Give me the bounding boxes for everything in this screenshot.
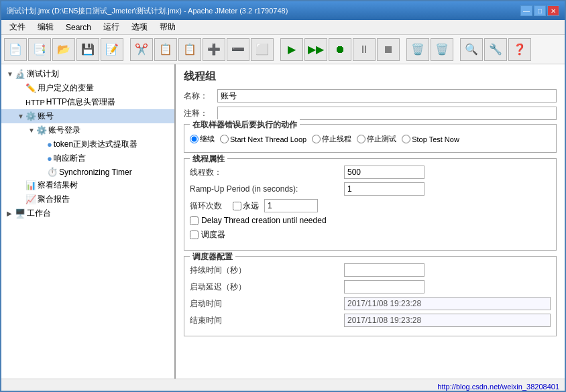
- tb-stop[interactable]: ⏸: [353, 38, 376, 61]
- loop-count-input[interactable]: [264, 199, 318, 212]
- menu-run[interactable]: 运行: [98, 20, 125, 34]
- panel-title: 线程组: [184, 70, 557, 84]
- tree-label-aggregate-report: 聚合报告: [38, 194, 70, 205]
- tree-node-assertion[interactable]: ● 响应断言: [1, 151, 174, 166]
- start-time-label: 启动时间: [190, 298, 344, 310]
- tb-open[interactable]: 📂: [52, 38, 75, 61]
- tree-node-http-header[interactable]: HTTP HTTP信息头管理器: [1, 95, 174, 109]
- tree-node-user-vars[interactable]: ✏️ 用户定义的变量: [1, 81, 174, 95]
- title-bar: 测试计划.jmx (D:\EN5接口测试_Jmeter\测试计划.jmx) - …: [1, 1, 565, 20]
- scheduler-checkbox[interactable]: [190, 231, 199, 239]
- start-time-input[interactable]: [344, 297, 551, 310]
- comment-label: 注释：: [184, 108, 217, 119]
- view-results-icon: 📊: [25, 180, 36, 190]
- tree-label-assertion: 响应断言: [54, 153, 86, 164]
- tree-label-account-login: 账号登录: [48, 125, 80, 136]
- tree-label-user-vars: 用户定义的变量: [38, 82, 94, 94]
- tb-copy[interactable]: 📋: [154, 38, 177, 61]
- tb-collapse[interactable]: ➖: [227, 38, 249, 61]
- tb-search[interactable]: 🔍: [460, 38, 483, 61]
- tree-node-test-plan[interactable]: ▼ 🔬 测试计划: [1, 67, 174, 81]
- tb-shutdown[interactable]: ⏹: [377, 38, 400, 61]
- loop-label: 循环次数: [190, 200, 230, 212]
- tb-save[interactable]: 💾: [76, 38, 99, 61]
- error-radio-group: 继续 Start Next Thread Loop 停止线程 停止测试: [190, 131, 551, 147]
- test-plan-icon: 🔬: [15, 69, 25, 79]
- minimize-button[interactable]: —: [520, 5, 532, 16]
- forever-check[interactable]: 永远: [233, 200, 259, 212]
- tree-node-sync-timer[interactable]: ⏱️ Synchronizing Timer: [1, 166, 174, 178]
- name-input[interactable]: [217, 89, 557, 103]
- tb-paste[interactable]: 📋: [178, 38, 201, 61]
- tb-validate[interactable]: ⏺: [329, 38, 351, 61]
- duration-label: 持续时间（秒）: [190, 265, 344, 276]
- tb-start[interactable]: ▶: [280, 38, 303, 61]
- thread-properties-legend: 线程属性: [190, 153, 227, 165]
- tree-panel: ▼ 🔬 测试计划 ✏️ 用户定义的变量 HTTP HTTP信息头管理器 ▼ ⚙️…: [1, 64, 176, 379]
- http-header-icon: HTTP: [25, 99, 45, 107]
- account-login-icon: ⚙️: [36, 125, 47, 135]
- status-bar: http://blog.csdn.net/weixin_38208401: [1, 379, 565, 392]
- tb-cut[interactable]: ✂️: [130, 38, 153, 61]
- menu-bar: 文件 编辑 Search 运行 选项 帮助: [1, 20, 565, 35]
- tb-new[interactable]: 📄: [4, 38, 27, 61]
- loop-row: 循环次数 永远: [190, 199, 551, 212]
- scheduler-label: 调度器: [201, 229, 225, 241]
- workbench-icon: 🖥️: [15, 208, 25, 218]
- tb-templates[interactable]: 📑: [28, 38, 51, 61]
- duration-input[interactable]: [344, 263, 424, 277]
- tb-toggle[interactable]: ⬜: [251, 38, 274, 61]
- startup-delay-input[interactable]: [344, 280, 424, 293]
- delay-checkbox[interactable]: [190, 216, 199, 225]
- menu-file[interactable]: 文件: [4, 20, 31, 34]
- tree-node-account-login[interactable]: ▼ ⚙️ 账号登录: [1, 123, 174, 137]
- tb-remote-start[interactable]: 🔧: [484, 38, 507, 61]
- scheduler-check-row: 调度器: [190, 229, 551, 241]
- end-time-label: 结束时间: [190, 315, 344, 326]
- tree-node-workbench[interactable]: ▶ 🖥️ 工作台: [1, 206, 174, 220]
- window-title: 测试计划.jmx (D:\EN5接口测试_Jmeter\测试计划.jmx) - …: [7, 6, 520, 16]
- tree-label-workbench: 工作台: [27, 208, 51, 219]
- tree-node-aggregate-report[interactable]: 📈 聚合报告: [1, 192, 174, 206]
- menu-search[interactable]: Search: [60, 21, 97, 34]
- tree-node-account[interactable]: ▼ ⚙️ 账号: [1, 109, 174, 123]
- tb-clear[interactable]: 🗑️: [406, 38, 429, 61]
- radio-stop-thread[interactable]: 停止线程: [312, 134, 351, 144]
- menu-edit[interactable]: 编辑: [32, 20, 59, 34]
- tree-node-token-extractor[interactable]: ● token正则表达式提取器: [1, 137, 174, 151]
- tb-help[interactable]: ❓: [508, 38, 531, 61]
- tree-label-view-results: 察看结果树: [38, 180, 78, 191]
- tree-node-view-results[interactable]: 📊 察看结果树: [1, 178, 174, 192]
- toolbar: 📄 📑 📂 💾 📝 ✂️ 📋 📋 ➕ ➖ ⬜ ▶ ▶▶ ⏺ ⏸ ⏹ 🗑️ 🗑️ …: [1, 35, 565, 64]
- scheduler-config-legend: 调度器配置: [190, 251, 235, 263]
- radio-start-next[interactable]: Start Next Thread Loop: [220, 135, 306, 143]
- close-button[interactable]: ✕: [547, 5, 559, 16]
- tb-expand[interactable]: ➕: [203, 38, 225, 61]
- tb-start-no-pause[interactable]: ▶▶: [304, 38, 327, 61]
- maximize-button[interactable]: □: [534, 5, 546, 16]
- end-time-row: 结束时间: [190, 314, 551, 327]
- radio-stop-test[interactable]: 停止测试: [357, 134, 396, 144]
- aggregate-report-icon: 📈: [25, 194, 36, 204]
- comment-input[interactable]: [217, 107, 557, 120]
- menu-help[interactable]: 帮助: [154, 20, 181, 34]
- tb-saveas[interactable]: 📝: [101, 38, 123, 61]
- ramp-input[interactable]: [344, 182, 424, 196]
- forever-label: 永远: [243, 200, 259, 212]
- startup-delay-row: 启动延迟（秒）: [190, 280, 551, 293]
- name-row: 名称：: [184, 89, 557, 103]
- thread-count-input[interactable]: [344, 166, 424, 179]
- radio-stop-test-now[interactable]: Stop Test Now: [402, 135, 459, 143]
- radio-continue[interactable]: 继续: [190, 134, 215, 144]
- status-url: http://blog.csdn.net/weixin_38208401: [437, 383, 559, 391]
- scheduler-config-section: 调度器配置 持续时间（秒） 启动延迟（秒） 启动时间 结束时间: [184, 256, 557, 336]
- expand-icon: ▶: [7, 210, 15, 217]
- tb-clear-all[interactable]: 🗑️: [431, 38, 453, 61]
- account-icon: ⚙️: [25, 111, 36, 121]
- comment-row: 注释：: [184, 107, 557, 120]
- delay-label: Delay Thread creation until needed: [201, 216, 327, 225]
- error-action-legend: 在取样器错误后要执行的动作: [190, 119, 300, 131]
- forever-checkbox[interactable]: [233, 202, 241, 210]
- menu-options[interactable]: 选项: [126, 20, 153, 34]
- end-time-input[interactable]: [344, 314, 551, 327]
